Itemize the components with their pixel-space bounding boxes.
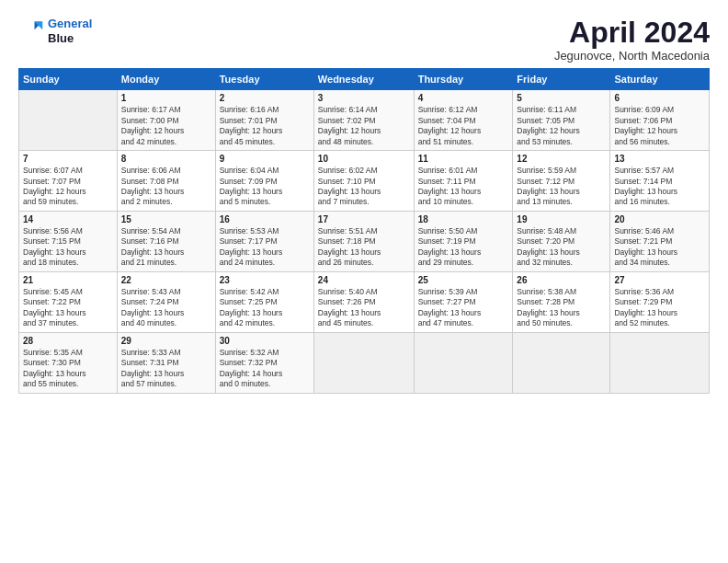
day-number: 17 <box>318 214 410 224</box>
day-number: 20 <box>614 214 705 224</box>
header: General Blue April 2024 Jegunovce, North… <box>18 17 710 63</box>
day-number: 1 <box>121 93 211 103</box>
day-number: 4 <box>418 93 509 103</box>
day-info: Sunrise: 5:53 AM Sunset: 7:17 PM Dayligh… <box>220 226 310 269</box>
day-info: Sunrise: 5:33 AM Sunset: 7:31 PM Dayligh… <box>121 348 211 390</box>
calendar-header-row: Sunday Monday Tuesday Wednesday Thursday… <box>19 69 710 90</box>
calendar-day: 27Sunrise: 5:36 AM Sunset: 7:29 PM Dayli… <box>610 271 710 332</box>
col-friday: Friday <box>513 69 610 90</box>
day-info: Sunrise: 6:12 AM Sunset: 7:04 PM Dayligh… <box>418 105 509 147</box>
calendar-day: 9Sunrise: 6:04 AM Sunset: 7:09 PM Daylig… <box>215 151 313 212</box>
calendar-week-3: 14Sunrise: 5:56 AM Sunset: 7:15 PM Dayli… <box>19 211 710 271</box>
day-number: 13 <box>614 154 705 164</box>
calendar-day <box>414 332 513 393</box>
location: Jegunovce, North Macedonia <box>554 49 710 63</box>
day-number: 24 <box>318 275 410 285</box>
calendar-day: 2Sunrise: 6:16 AM Sunset: 7:01 PM Daylig… <box>215 90 313 151</box>
calendar-day: 7Sunrise: 6:07 AM Sunset: 7:07 PM Daylig… <box>19 151 118 212</box>
calendar-week-5: 28Sunrise: 5:35 AM Sunset: 7:30 PM Dayli… <box>19 332 710 393</box>
day-number: 29 <box>121 336 211 346</box>
calendar-day: 20Sunrise: 5:46 AM Sunset: 7:21 PM Dayli… <box>610 211 710 271</box>
calendar-day: 22Sunrise: 5:43 AM Sunset: 7:24 PM Dayli… <box>117 271 215 332</box>
calendar-day: 1Sunrise: 6:17 AM Sunset: 7:00 PM Daylig… <box>117 90 215 151</box>
day-number: 27 <box>614 275 705 285</box>
calendar-day: 25Sunrise: 5:39 AM Sunset: 7:27 PM Dayli… <box>414 271 513 332</box>
calendar-day: 11Sunrise: 6:01 AM Sunset: 7:11 PM Dayli… <box>414 151 513 212</box>
day-info: Sunrise: 5:40 AM Sunset: 7:26 PM Dayligh… <box>318 287 410 329</box>
calendar-day: 6Sunrise: 6:09 AM Sunset: 7:06 PM Daylig… <box>610 90 710 151</box>
day-info: Sunrise: 6:06 AM Sunset: 7:08 PM Dayligh… <box>121 166 211 208</box>
day-info: Sunrise: 5:32 AM Sunset: 7:32 PM Dayligh… <box>220 348 310 390</box>
day-number: 5 <box>517 93 606 103</box>
day-number: 11 <box>418 154 509 164</box>
day-number: 3 <box>318 93 410 103</box>
calendar-day: 19Sunrise: 5:48 AM Sunset: 7:20 PM Dayli… <box>513 211 610 271</box>
calendar: Sunday Monday Tuesday Wednesday Thursday… <box>18 68 710 393</box>
calendar-day: 29Sunrise: 5:33 AM Sunset: 7:31 PM Dayli… <box>117 332 215 393</box>
col-thursday: Thursday <box>414 69 513 90</box>
calendar-day: 10Sunrise: 6:02 AM Sunset: 7:10 PM Dayli… <box>313 151 414 212</box>
day-number: 16 <box>220 214 310 224</box>
calendar-day: 16Sunrise: 5:53 AM Sunset: 7:17 PM Dayli… <box>215 211 313 271</box>
day-number: 30 <box>220 336 310 346</box>
day-info: Sunrise: 6:16 AM Sunset: 7:01 PM Dayligh… <box>220 105 310 147</box>
day-number: 9 <box>220 154 310 164</box>
day-info: Sunrise: 5:56 AM Sunset: 7:15 PM Dayligh… <box>23 226 113 269</box>
day-number: 14 <box>23 214 113 224</box>
calendar-day: 15Sunrise: 5:54 AM Sunset: 7:16 PM Dayli… <box>117 211 215 271</box>
calendar-day: 30Sunrise: 5:32 AM Sunset: 7:32 PM Dayli… <box>215 332 313 393</box>
calendar-week-1: 1Sunrise: 6:17 AM Sunset: 7:00 PM Daylig… <box>19 90 710 151</box>
calendar-day: 23Sunrise: 5:42 AM Sunset: 7:25 PM Dayli… <box>215 271 313 332</box>
calendar-day: 28Sunrise: 5:35 AM Sunset: 7:30 PM Dayli… <box>19 332 118 393</box>
day-info: Sunrise: 5:46 AM Sunset: 7:21 PM Dayligh… <box>614 226 705 269</box>
day-info: Sunrise: 5:42 AM Sunset: 7:25 PM Dayligh… <box>220 287 310 329</box>
day-info: Sunrise: 5:39 AM Sunset: 7:27 PM Dayligh… <box>418 287 509 329</box>
calendar-day <box>313 332 414 393</box>
calendar-day: 24Sunrise: 5:40 AM Sunset: 7:26 PM Dayli… <box>313 271 414 332</box>
calendar-day: 4Sunrise: 6:12 AM Sunset: 7:04 PM Daylig… <box>414 90 513 151</box>
day-number: 21 <box>23 275 113 285</box>
col-saturday: Saturday <box>610 69 710 90</box>
day-info: Sunrise: 6:01 AM Sunset: 7:11 PM Dayligh… <box>418 166 509 208</box>
day-info: Sunrise: 6:14 AM Sunset: 7:02 PM Dayligh… <box>318 105 410 147</box>
calendar-day: 26Sunrise: 5:38 AM Sunset: 7:28 PM Dayli… <box>513 271 610 332</box>
calendar-day: 13Sunrise: 5:57 AM Sunset: 7:14 PM Dayli… <box>610 151 710 212</box>
col-tuesday: Tuesday <box>215 69 313 90</box>
day-number: 23 <box>220 275 310 285</box>
page: General Blue April 2024 Jegunovce, North… <box>0 0 728 563</box>
calendar-week-4: 21Sunrise: 5:45 AM Sunset: 7:22 PM Dayli… <box>19 271 710 332</box>
calendar-day: 17Sunrise: 5:51 AM Sunset: 7:18 PM Dayli… <box>313 211 414 271</box>
calendar-day: 8Sunrise: 6:06 AM Sunset: 7:08 PM Daylig… <box>117 151 215 212</box>
day-info: Sunrise: 5:54 AM Sunset: 7:16 PM Dayligh… <box>121 226 211 269</box>
day-info: Sunrise: 6:02 AM Sunset: 7:10 PM Dayligh… <box>318 166 410 208</box>
day-number: 28 <box>23 336 113 346</box>
logo-text: General Blue <box>48 17 92 45</box>
day-info: Sunrise: 5:35 AM Sunset: 7:30 PM Dayligh… <box>23 348 113 390</box>
day-info: Sunrise: 5:38 AM Sunset: 7:28 PM Dayligh… <box>517 287 606 329</box>
calendar-day: 12Sunrise: 5:59 AM Sunset: 7:12 PM Dayli… <box>513 151 610 212</box>
calendar-day: 3Sunrise: 6:14 AM Sunset: 7:02 PM Daylig… <box>313 90 414 151</box>
logo-icon <box>18 18 44 44</box>
day-info: Sunrise: 5:45 AM Sunset: 7:22 PM Dayligh… <box>23 287 113 329</box>
day-info: Sunrise: 6:07 AM Sunset: 7:07 PM Dayligh… <box>23 166 113 208</box>
calendar-day: 21Sunrise: 5:45 AM Sunset: 7:22 PM Dayli… <box>19 271 118 332</box>
day-info: Sunrise: 6:17 AM Sunset: 7:00 PM Dayligh… <box>121 105 211 147</box>
day-info: Sunrise: 6:09 AM Sunset: 7:06 PM Dayligh… <box>614 105 705 147</box>
day-number: 7 <box>23 154 113 164</box>
col-monday: Monday <box>117 69 215 90</box>
day-number: 19 <box>517 214 606 224</box>
day-info: Sunrise: 5:59 AM Sunset: 7:12 PM Dayligh… <box>517 166 606 208</box>
title-block: April 2024 Jegunovce, North Macedonia <box>554 17 710 63</box>
day-number: 22 <box>121 275 211 285</box>
logo: General Blue <box>18 17 92 45</box>
day-number: 6 <box>614 93 705 103</box>
day-number: 26 <box>517 275 606 285</box>
day-info: Sunrise: 5:43 AM Sunset: 7:24 PM Dayligh… <box>121 287 211 329</box>
day-info: Sunrise: 5:48 AM Sunset: 7:20 PM Dayligh… <box>517 226 606 269</box>
day-info: Sunrise: 5:50 AM Sunset: 7:19 PM Dayligh… <box>418 226 509 269</box>
day-info: Sunrise: 5:51 AM Sunset: 7:18 PM Dayligh… <box>318 226 410 269</box>
day-number: 18 <box>418 214 509 224</box>
month-title: April 2024 <box>554 17 710 49</box>
day-info: Sunrise: 5:57 AM Sunset: 7:14 PM Dayligh… <box>614 166 705 208</box>
calendar-day <box>19 90 118 151</box>
